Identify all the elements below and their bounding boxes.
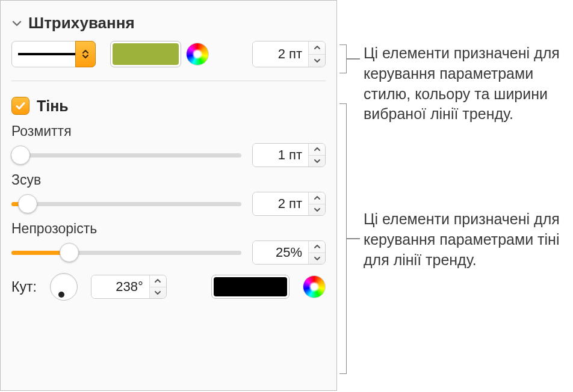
blur-value[interactable]: 1 пт	[253, 144, 308, 167]
angle-dial[interactable]	[50, 273, 78, 301]
blur-label: Розмиття	[11, 123, 326, 139]
slider-thumb-icon[interactable]	[60, 243, 79, 262]
stroke-width-value[interactable]: 2 пт	[253, 41, 308, 67]
stepper-up-icon[interactable]	[309, 144, 325, 156]
stroke-width-stepper[interactable]: 2 пт	[252, 41, 326, 67]
color-wheel-icon[interactable]	[303, 275, 326, 298]
stepper-up-icon[interactable]	[309, 41, 325, 55]
shadow-section: Тінь Розмиття 1 пт	[11, 81, 326, 301]
opacity-label: Непрозорість	[11, 221, 326, 237]
popup-arrows-icon	[75, 41, 96, 67]
stroke-color-swatch	[113, 43, 179, 65]
stepper-up-icon[interactable]	[309, 192, 325, 204]
bracket-icon	[339, 44, 347, 73]
angle-dot-icon	[58, 292, 64, 298]
inspector-panel: Штрихування 2 пт	[0, 0, 337, 391]
bracket-icon	[339, 103, 347, 374]
line-style-popup[interactable]	[11, 41, 96, 67]
callout-stroke: Ці елементи призначені для керування пар…	[364, 43, 573, 124]
offset-value[interactable]: 2 пт	[253, 192, 308, 215]
leader-line-icon	[347, 238, 360, 239]
stepper-up-icon[interactable]	[150, 275, 166, 287]
angle-value[interactable]: 238°	[91, 275, 149, 298]
stepper-down-icon[interactable]	[150, 287, 166, 299]
slider-thumb-icon[interactable]	[18, 194, 37, 213]
offset-label: Зсув	[11, 172, 326, 188]
callouts-area: Ці елементи призначені для керування пар…	[337, 0, 573, 392]
angle-label: Кут:	[11, 279, 37, 295]
blur-slider[interactable]	[11, 143, 241, 167]
offset-slider[interactable]	[11, 192, 241, 216]
opacity-stepper[interactable]: 25%	[252, 240, 326, 265]
section-title-stroke: Штрихування	[28, 14, 135, 32]
disclosure-triangle-icon[interactable]	[11, 18, 22, 29]
stepper-down-icon[interactable]	[309, 204, 325, 216]
shadow-label: Тінь	[37, 97, 69, 115]
leader-line-icon	[347, 58, 360, 60]
shadow-color-well[interactable]	[211, 275, 290, 299]
slider-thumb-icon[interactable]	[11, 145, 30, 165]
color-wheel-icon[interactable]	[186, 43, 209, 66]
opacity-slider[interactable]	[11, 240, 241, 265]
stroke-color-well[interactable]	[110, 41, 181, 67]
opacity-value[interactable]: 25%	[253, 241, 308, 264]
stepper-down-icon[interactable]	[309, 156, 325, 167]
callout-shadow: Ці елементи призначені для керування пар…	[364, 209, 573, 270]
blur-stepper[interactable]: 1 пт	[252, 143, 326, 167]
stroke-controls-row: 2 пт	[11, 41, 326, 81]
offset-stepper[interactable]: 2 пт	[252, 192, 326, 216]
angle-stepper[interactable]: 238°	[91, 275, 167, 299]
shadow-checkbox[interactable]	[11, 97, 29, 115]
stepper-up-icon[interactable]	[309, 241, 325, 253]
stepper-down-icon[interactable]	[309, 55, 325, 67]
stepper-down-icon[interactable]	[309, 253, 325, 265]
shadow-color-swatch	[214, 277, 287, 296]
